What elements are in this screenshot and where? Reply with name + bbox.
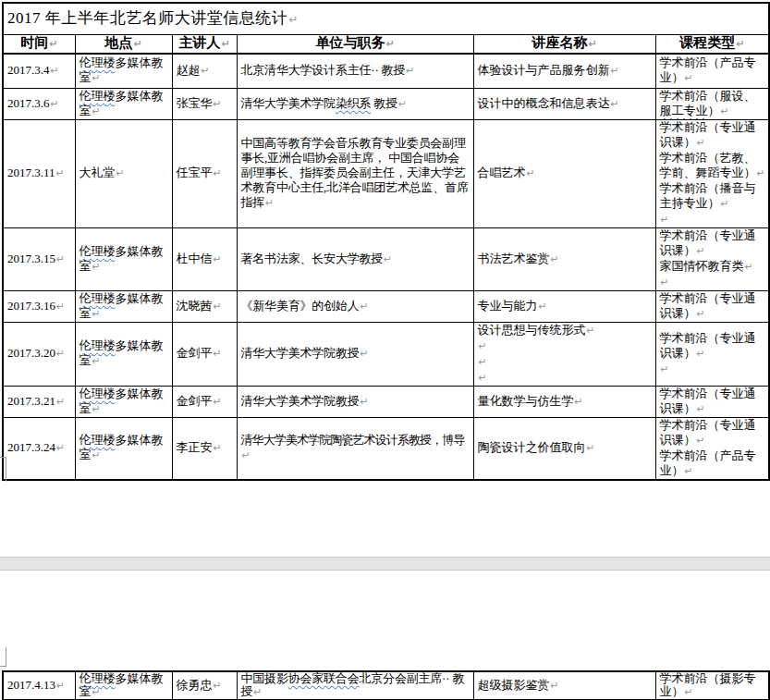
- paragraph-mark: ↵: [56, 301, 65, 313]
- paragraph-mark: ↵: [745, 261, 753, 273]
- cell-unit-title[interactable]: 清华大学美术学院教授↵: [237, 322, 473, 386]
- cell-speaker[interactable]: 张宝华↵: [172, 88, 237, 119]
- cell-time[interactable]: 2017.3.15↵: [3, 227, 75, 290]
- cell-unit-title[interactable]: 中国高等教育学会音乐教育专业委员会副理事长,亚洲合唱协会副主席， 中国合唱协会副…: [237, 119, 473, 227]
- empty-paragraph: ↵: [660, 212, 767, 227]
- cell-lecture-name[interactable]: 设计中的概念和信息表达↵: [473, 88, 655, 119]
- cell-location[interactable]: 大礼堂↵: [75, 119, 172, 227]
- date-text: 2017.3.20: [7, 346, 55, 360]
- cell-speaker[interactable]: 金剑平↵: [172, 386, 237, 417]
- speaker-text: 李正安: [177, 440, 213, 454]
- paragraph-mark: ↵: [685, 72, 693, 84]
- lecture-stats-table-page2: 2017.4.13↵ 伦理楼多媒体教室↵ 徐勇忠↵ 中国摄影协会家联合会北京分会…: [2, 670, 770, 700]
- cell-course-type[interactable]: 学术前沿（专业通识课）↵ 学术前沿（产品专业）↵: [655, 417, 769, 480]
- cell-unit-title[interactable]: 清华大学美术学院陶瓷艺术设计系教授，博导↵: [237, 417, 473, 480]
- paragraph-mark: ↵: [361, 301, 369, 313]
- location-wavy-text: 伦理楼: [79, 89, 116, 103]
- cell-unit-title[interactable]: 清华大学美术学院教授↵: [237, 386, 473, 417]
- cell-location[interactable]: 伦理楼多媒体教室↵: [75, 417, 172, 480]
- cell-course-type[interactable]: 学术前沿（产品专业）↵: [655, 54, 769, 88]
- empty-paragraph: ↵: [478, 354, 654, 370]
- cell-speaker[interactable]: 金剑平↵: [172, 322, 237, 386]
- date-text: 2017.3.6: [7, 96, 50, 110]
- cell-lecture-name[interactable]: 量化数学与仿生学↵: [473, 386, 655, 417]
- date-text: 2017.3.11: [7, 166, 55, 179]
- cell-location[interactable]: 伦理楼多媒体教室↵: [75, 88, 172, 119]
- location-text: 大礼堂: [79, 166, 116, 179]
- paragraph-mark: ↵: [611, 65, 619, 77]
- cell-location[interactable]: 伦理楼多媒体教室↵: [75, 227, 172, 290]
- location-wavy-text: 伦理楼: [79, 55, 116, 69]
- cell-unit-title[interactable]: 中国摄影协会家联合会北京分会副主席·· 教授↵: [237, 671, 473, 700]
- header-location[interactable]: 地点↵: [75, 34, 172, 54]
- cell-lecture-name[interactable]: 设计思想与传统形式↵ ↵ ↵ ↵: [473, 322, 655, 386]
- cell-location[interactable]: 伦理楼多媒体教室↵: [75, 671, 172, 700]
- table-title[interactable]: 2017 年上半年北艺名师大讲堂信息统计↵: [3, 3, 769, 34]
- paragraph-mark: ↵: [661, 276, 669, 289]
- course-type-line: 学术前沿（播音与主持专业）↵: [660, 181, 767, 212]
- header-text: 时间: [20, 35, 48, 50]
- header-lecture-name[interactable]: 讲座名称↵: [473, 34, 655, 54]
- cell-location[interactable]: 伦理楼多媒体教室↵: [75, 322, 172, 386]
- cell-lecture-name[interactable]: 体验设计与产品服务创新↵: [473, 54, 655, 88]
- header-time[interactable]: 时间↵: [3, 34, 75, 54]
- cell-speaker[interactable]: 赵超↵: [172, 54, 237, 88]
- paragraph-mark: ↵: [56, 348, 65, 360]
- cell-course-type[interactable]: 学术前沿（摄影专业）↵: [655, 671, 769, 700]
- header-text: 主讲人: [178, 35, 220, 50]
- cell-time[interactable]: 2017.3.24↵: [3, 417, 75, 480]
- paragraph-mark: ↵: [214, 301, 222, 313]
- empty-paragraph: ↵: [478, 338, 654, 354]
- course-type-wavy-text: 服工专业: [660, 104, 708, 117]
- cell-time[interactable]: 2017.3.11↵: [3, 119, 75, 227]
- cell-lecture-name[interactable]: 超级摄影鉴赏↵: [473, 671, 655, 700]
- cell-course-type[interactable]: 学术前沿（专业通识课）↵: [655, 290, 769, 322]
- cell-unit-title[interactable]: 著名书法家、长安大学教授↵: [237, 227, 473, 290]
- cell-time[interactable]: 2017.3.4↵: [3, 54, 75, 88]
- cell-location[interactable]: 伦理楼多媒体教室↵: [75, 54, 172, 88]
- cell-course-type[interactable]: 学术前沿（专业通识课）↵ 学术前沿（艺教、学前、舞蹈专业）↵ 学术前沿（播音与主…: [655, 119, 769, 227]
- cell-time[interactable]: 2017.3.16↵: [3, 290, 75, 322]
- cell-time[interactable]: 2017.3.6↵: [3, 88, 75, 119]
- location-wavy-text: 伦理楼: [79, 291, 116, 305]
- paragraph-mark: ↵: [56, 396, 65, 408]
- cell-course-type[interactable]: 学术前沿（专业通识课）↵ ↵: [655, 322, 769, 386]
- paragraph-mark: ↵: [92, 261, 101, 273]
- course-type-text: 学术前沿（专业通识课）: [660, 120, 756, 149]
- cell-unit-title[interactable]: 《新华美育》的创始人↵: [237, 290, 473, 322]
- cell-lecture-name[interactable]: 陶瓷设计之价值取向↵: [473, 417, 655, 480]
- location-wavy-text: 伦理楼: [79, 671, 116, 685]
- cell-lecture-name[interactable]: 书法艺术鉴赏↵: [473, 227, 655, 290]
- paragraph-mark: ↵: [265, 197, 274, 209]
- header-text: 地点: [104, 35, 132, 50]
- cell-lecture-name[interactable]: 专业与能力↵: [473, 290, 655, 322]
- cell-speaker[interactable]: 徐勇忠↵: [172, 671, 237, 700]
- cell-unit-title[interactable]: 北京清华大学设计系主任·· 教授↵: [237, 54, 473, 88]
- cell-speaker[interactable]: 任宝平↵: [172, 119, 237, 227]
- course-type-line: 学术前沿（产品专业）↵: [660, 55, 767, 86]
- cell-course-type[interactable]: 学术前沿（专业通识课）↵: [655, 386, 769, 417]
- header-course-type[interactable]: 课程类型↵: [655, 34, 769, 54]
- cell-time[interactable]: 2017.3.20↵: [3, 322, 75, 386]
- header-unit-title[interactable]: 单位与职务↵: [237, 34, 473, 54]
- header-text: 讲座名称: [532, 35, 587, 50]
- page-break-gap[interactable]: [0, 557, 770, 571]
- lecture-text: 体验设计与产品服务创新: [478, 63, 610, 77]
- header-text: 课程类型: [679, 35, 735, 50]
- cell-course-type[interactable]: 学术前沿（服设、服工专业）↵: [655, 88, 769, 119]
- cell-location[interactable]: 伦理楼多媒体教室↵: [75, 290, 172, 322]
- lecture-line: 设计思想与传统形式↵: [478, 323, 654, 338]
- paragraph-mark: ↵: [611, 98, 619, 110]
- course-type-text: 学术前沿（摄影专业）: [660, 671, 756, 698]
- cell-speaker[interactable]: 李正安↵: [172, 417, 237, 480]
- cell-unit-title[interactable]: 清华大学美术学院染织系 教授↵: [237, 88, 473, 119]
- cell-time[interactable]: 2017.3.21↵: [3, 386, 75, 417]
- cell-time[interactable]: 2017.4.13↵: [3, 671, 75, 700]
- cell-course-type[interactable]: 学术前沿（专业通识课）↵ 家国情怀教育类↵ ↵: [655, 227, 769, 290]
- cell-location[interactable]: 伦理楼多媒体教室↵: [75, 386, 172, 417]
- cell-speaker[interactable]: 杜中信↵: [172, 227, 237, 290]
- table-row-2017-3-6: 2017.3.6↵ 伦理楼多媒体教室↵ 张宝华↵ 清华大学美术学院染织系 教授↵…: [3, 88, 769, 119]
- cell-lecture-name[interactable]: 合唱艺术↵: [473, 119, 655, 227]
- header-speaker[interactable]: 主讲人↵: [172, 34, 237, 54]
- cell-speaker[interactable]: 沈晓茜↵: [172, 290, 237, 322]
